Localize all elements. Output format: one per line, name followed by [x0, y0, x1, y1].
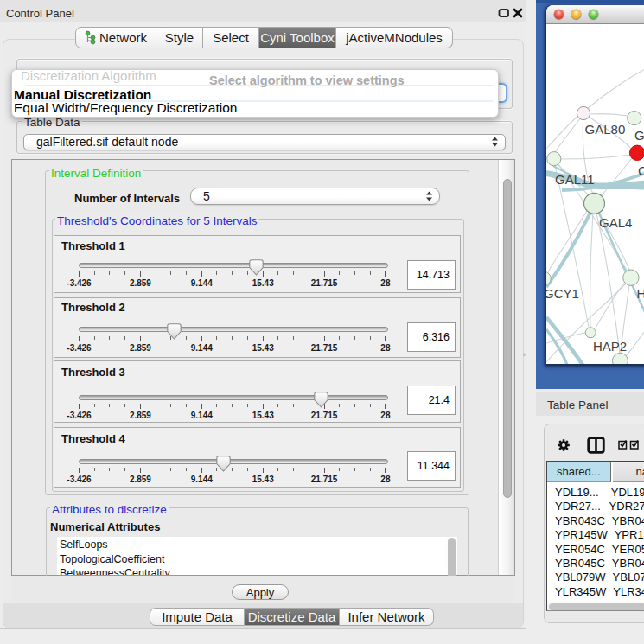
- svg-text:GAL4: GAL4: [599, 215, 632, 230]
- svg-text:GAL11: GAL11: [555, 172, 595, 187]
- svg-text:HIS4: HIS4: [636, 286, 644, 301]
- svg-text:GAL80: GAL80: [585, 122, 626, 137]
- svg-text:CYC8: CYC8: [638, 163, 644, 178]
- svg-text:GCY1: GCY1: [546, 286, 579, 301]
- svg-text:GAL3: GAL3: [634, 128, 644, 143]
- svg-text:HAP2: HAP2: [593, 339, 627, 354]
